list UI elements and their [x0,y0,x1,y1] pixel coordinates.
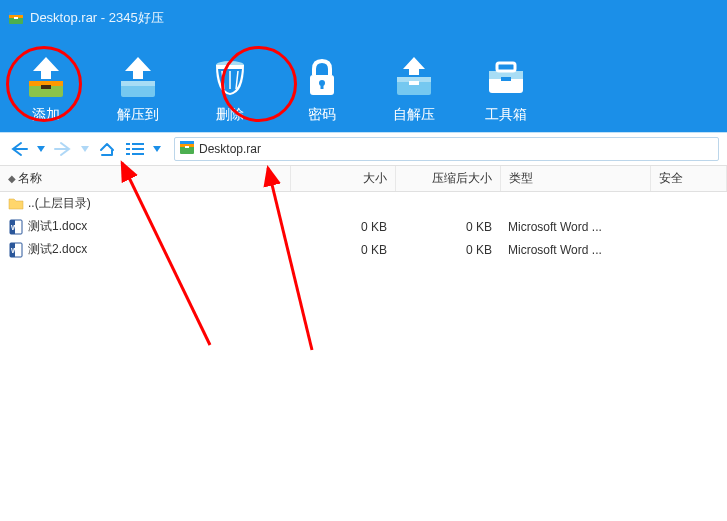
toolbar-add-button[interactable]: 添加 [14,42,78,124]
svg-rect-22 [126,148,130,150]
svg-rect-28 [180,141,194,144]
column-header-size[interactable]: 大小 [290,166,395,192]
column-header-packed-label: 压缩后大小 [432,171,492,185]
sort-asc-icon: ◆ [8,173,16,184]
folder-icon [8,196,24,212]
file-type: Microsoft Word ... [500,238,650,261]
file-size: 0 KB [290,238,395,261]
main-toolbar: 添加 解压到 删除 [0,36,727,132]
nav-up-button[interactable] [96,138,118,160]
column-header-type-label: 类型 [509,171,533,185]
file-size [290,192,395,216]
file-type [500,192,650,216]
docx-file-icon: W [8,242,24,258]
file-size: 0 KB [290,215,395,238]
navigation-bar: Desktop.rar [0,132,727,166]
svg-rect-19 [501,77,511,81]
svg-rect-6 [41,85,51,89]
app-archive-icon [8,10,24,26]
file-name: 测试2.docx [28,241,87,258]
column-header-size-label: 大小 [363,171,387,185]
column-header-type[interactable]: 类型 [500,166,650,192]
titlebar: Desktop.rar - 2345好压 [0,0,727,36]
file-name: 测试1.docx [28,218,87,235]
toolbar-delete-label: 删除 [216,106,244,124]
toolbar-password-label: 密码 [308,106,336,124]
svg-rect-20 [126,143,130,145]
svg-rect-18 [497,63,515,71]
breadcrumb-bar[interactable]: Desktop.rar [174,137,719,161]
nav-forward-dropdown[interactable] [80,146,90,152]
nav-forward-button[interactable] [52,138,74,160]
svg-rect-29 [185,146,189,148]
file-type: Microsoft Word ... [500,215,650,238]
toolbar-password-button[interactable]: 密码 [290,42,354,124]
archive-icon [179,140,195,159]
table-row[interactable]: W测试2.docx0 KB0 KBMicrosoft Word ... [0,238,727,261]
nav-view-button[interactable] [124,138,146,160]
column-header-security-label: 安全 [659,171,683,185]
svg-text:W: W [11,247,18,254]
toolbox-icon [480,54,532,100]
trash-icon [204,54,256,100]
toolbar-toolbox-label: 工具箱 [485,106,527,124]
svg-rect-25 [132,153,144,155]
svg-rect-21 [132,143,144,145]
file-packed-size: 0 KB [395,238,500,261]
column-header-security[interactable]: 安全 [650,166,727,192]
window-title: Desktop.rar - 2345好压 [30,9,164,27]
file-security [650,192,727,216]
toolbar-extract-button[interactable]: 解压到 [106,42,170,124]
lock-icon [296,54,348,100]
svg-rect-12 [321,83,324,89]
table-row[interactable]: W测试1.docx0 KB0 KBMicrosoft Word ... [0,215,727,238]
toolbar-add-label: 添加 [32,106,60,124]
docx-file-icon: W [8,219,24,235]
svg-rect-15 [409,81,419,85]
breadcrumb-current: Desktop.rar [199,142,261,156]
file-list-pane: ◆名称 大小 压缩后大小 类型 安全 ..(上层目录)W测试1.docx0 KB… [0,166,727,521]
toolbar-extract-label: 解压到 [117,106,159,124]
file-packed-size: 0 KB [395,215,500,238]
column-header-packed[interactable]: 压缩后大小 [395,166,500,192]
column-header-name-label: 名称 [18,171,42,185]
nav-back-button[interactable] [8,138,30,160]
toolbar-sfx-button[interactable]: 自解压 [382,42,446,124]
file-security [650,238,727,261]
toolbar-delete-button[interactable]: 删除 [198,42,262,124]
nav-view-dropdown[interactable] [152,146,162,152]
svg-rect-24 [126,153,130,155]
toolbar-sfx-label: 自解压 [393,106,435,124]
toolbar-toolbox-button[interactable]: 工具箱 [474,42,538,124]
svg-rect-3 [9,12,23,15]
file-packed-size [395,192,500,216]
svg-rect-8 [121,81,155,86]
file-list-table: ◆名称 大小 压缩后大小 类型 安全 ..(上层目录)W测试1.docx0 KB… [0,166,727,261]
column-header-name[interactable]: ◆名称 [0,166,290,192]
svg-text:W: W [11,224,18,231]
file-security [650,215,727,238]
nav-back-dropdown[interactable] [36,146,46,152]
table-row[interactable]: ..(上层目录) [0,192,727,216]
svg-rect-23 [132,148,144,150]
sfx-icon [388,54,440,100]
extract-icon [112,54,164,100]
svg-rect-2 [14,17,18,19]
file-name: ..(上层目录) [28,195,91,212]
add-archive-icon [20,54,72,100]
